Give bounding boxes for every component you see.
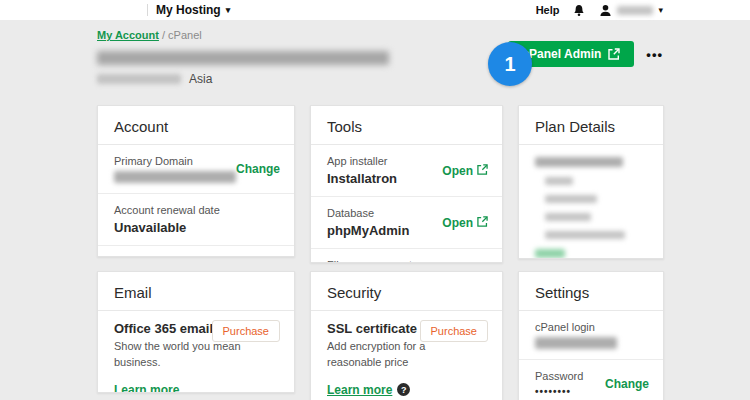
more-options-menu[interactable]: •••: [646, 47, 663, 62]
help-icon[interactable]: ?: [397, 383, 410, 396]
account-menu[interactable]: ▾: [599, 4, 663, 17]
ip-address-label: IP address: [114, 256, 278, 257]
region-label: Asia: [189, 72, 212, 86]
top-nav-bar: My Hosting ▾ Help ▾: [0, 0, 750, 20]
cpanel-login-label: cPanel login: [535, 321, 647, 333]
ssl-description: Add encryption for a reasonable price: [327, 339, 477, 371]
redacted-text: [545, 231, 625, 239]
redacted-username: [617, 6, 653, 15]
my-hosting-label: My Hosting: [156, 3, 221, 17]
email-card-title: Email: [98, 272, 294, 311]
redacted-link: [535, 249, 565, 258]
settings-card-title: Settings: [519, 272, 663, 311]
purchase-ssl-button[interactable]: Purchase: [420, 320, 488, 342]
breadcrumb-current: cPanel: [168, 29, 202, 41]
file-management-label: File management: [327, 259, 486, 263]
account-card-title: Account: [98, 106, 294, 145]
step-1-badge: 1: [488, 42, 532, 86]
redacted-text: [545, 177, 573, 185]
change-domain-link[interactable]: Change: [236, 162, 280, 176]
settings-card: Settings cPanel login Password •••••••• …: [518, 271, 664, 400]
renewal-date-value: Unavailable: [114, 220, 278, 235]
redacted-text: [545, 195, 597, 203]
redacted-text: [545, 213, 591, 221]
open-phpmyadmin-link[interactable]: Open: [442, 216, 488, 230]
person-icon: [599, 4, 612, 17]
open-installatron-link[interactable]: Open: [442, 164, 488, 178]
open-label: Open: [442, 216, 473, 230]
help-link[interactable]: Help: [536, 4, 560, 16]
ssl-learn-more-link[interactable]: Learn more: [327, 383, 392, 397]
external-link-icon: [477, 216, 488, 230]
email-learn-more-link[interactable]: Learn more: [114, 383, 179, 393]
redacted-plan-details: [519, 145, 663, 259]
external-link-icon: [477, 164, 488, 178]
security-card-title: Security: [311, 272, 502, 311]
tools-card-title: Tools: [311, 106, 502, 145]
divider: [147, 4, 148, 16]
redacted-primary-domain: [114, 171, 236, 183]
chevron-down-icon: ▾: [658, 6, 663, 15]
tools-card: Tools App installer Installatron Open Da…: [310, 105, 503, 263]
chevron-down-icon: ▾: [226, 6, 231, 15]
cpanel-admin-label: cPanel Admin: [522, 47, 601, 61]
breadcrumb-separator: /: [159, 29, 168, 41]
plan-details-card-title: Plan Details: [519, 106, 663, 145]
email-card: Email Office 365 email Show the world yo…: [97, 271, 295, 393]
redacted-plan-name: [97, 74, 181, 84]
my-hosting-menu[interactable]: My Hosting ▾: [156, 3, 230, 17]
change-password-link[interactable]: Change: [605, 377, 649, 391]
open-label: Open: [442, 164, 473, 178]
redacted-text: [535, 157, 623, 167]
renewal-date-label: Account renewal date: [114, 204, 278, 216]
breadcrumb: My Account / cPanel: [97, 29, 664, 41]
purchase-email-button[interactable]: Purchase: [212, 320, 280, 342]
security-card: Security SSL certificate Add encryption …: [310, 271, 503, 400]
account-card: Account Primary Domain Change Account re…: [97, 105, 295, 257]
office365-description: Show the world you mean business.: [114, 339, 244, 371]
redacted-cpanel-login: [535, 337, 617, 349]
breadcrumb-my-account-link[interactable]: My Account: [97, 29, 159, 41]
redacted-domain-title: [97, 51, 389, 65]
external-link-icon: [608, 48, 620, 60]
plan-details-card: Plan Details: [518, 105, 664, 259]
notifications-bell-icon[interactable]: [573, 4, 585, 17]
